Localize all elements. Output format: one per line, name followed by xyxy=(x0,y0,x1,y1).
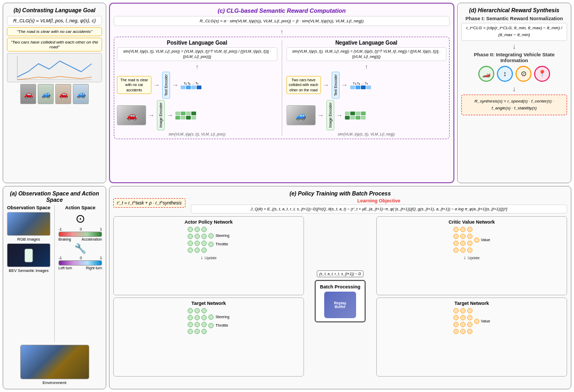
actor-section: Actor Policy Network xyxy=(113,216,304,377)
arrow-up-neg: ↑ xyxy=(365,63,368,71)
neg-bottom-label: sim(VLM_I(ψ(s_t)), VLM_L(l_neg)) xyxy=(338,132,395,136)
critic-nn: Value xyxy=(379,227,564,253)
arrow-up-pos: ↑ xyxy=(196,63,199,71)
rgb-image xyxy=(7,212,50,236)
panel-a-title: (a) Observation Space and Action Space xyxy=(7,190,102,203)
panel-c: (c) CLG-based Semantic Reward Computatio… xyxy=(109,3,454,183)
panel-c-title: (c) CLG-based Semantic Reward Computatio… xyxy=(114,7,450,14)
batch-center: (s_t, a_t, r_t, s_{t+1}) ~ D Batch Proce… xyxy=(308,216,372,377)
steering-wheel-icon: ⊙ xyxy=(58,212,102,226)
target-critic-value-out: Value xyxy=(481,319,490,323)
environment-section: Environment xyxy=(7,345,102,385)
neg-arrow-right-4: → xyxy=(336,112,343,119)
goal-computation-panel: Positive Language Goal sim(VLM_I(ψ(s_t))… xyxy=(114,37,450,139)
direction-icon: ↕ xyxy=(497,66,513,82)
pos-text-encoder: The road is clear with no car accidents … xyxy=(117,72,277,99)
neg-image-encoder-block: Image Encoder xyxy=(326,100,334,130)
positive-goal-section: Positive Language Goal sim(VLM_I(ψ(s_t))… xyxy=(117,40,277,136)
location-icon: 📍 xyxy=(534,66,550,82)
actor-nn: Steering Throttle xyxy=(116,227,301,253)
speed-icon: 🏎️ xyxy=(478,66,494,82)
turn-bar: -101 Left turn Right turn xyxy=(58,256,102,270)
pos-arrow-right-2: → xyxy=(172,81,179,89)
target-critic-nn: Value xyxy=(379,308,564,334)
learning-obj-area: Learning Objective J_Q(θ) = E_{(s_t, a_t… xyxy=(191,198,567,214)
obs-title: Observation Space xyxy=(7,205,50,210)
acc-val: 1 xyxy=(100,227,102,231)
neg-text-box: Two cars have collided with each other o… xyxy=(286,76,321,93)
critic-section: Critic Value Network xyxy=(376,216,567,377)
negative-goal-section: Negative Language Goal sim(VLM_I(ψ(s_t))… xyxy=(286,40,447,136)
actor-steering-out: Steering xyxy=(215,234,229,237)
env-image xyxy=(20,345,89,379)
actor-throttle-out: Throttle xyxy=(215,242,228,246)
panel-b-title: (b) Contrasting Language Goal xyxy=(7,7,102,13)
car-images-row: 🚗 🚙 🚗 🚙 xyxy=(7,84,102,104)
acceleration-label: Acceleration xyxy=(81,237,102,241)
rgb-label: RGB Images xyxy=(7,237,50,242)
panel-e-title: (e) Policy Training with Batch Process xyxy=(113,190,567,197)
positive-goal-formula: sim(VLM_I(ψ(s_t)), VLM_L(l_pos)) = (VLM_… xyxy=(117,47,277,61)
batch-title: Batch Processing xyxy=(320,284,360,289)
networks-row: Actor Policy Network xyxy=(113,216,567,377)
arrow-up-1: ↑ xyxy=(114,28,450,36)
arrow-down-d2: ↓ xyxy=(461,84,567,93)
neg-arrow-right-1: → xyxy=(323,81,330,89)
pos-arrow-right-3: → xyxy=(148,112,155,119)
pos-image-placeholder: 🚗 xyxy=(117,105,146,125)
pos-image-encoder-block: Image Encoder xyxy=(157,100,165,130)
target-actor-steering-out: Steering xyxy=(215,315,229,319)
obs-action-divider xyxy=(54,205,55,342)
critic-value-out: Value xyxy=(481,238,490,242)
panel-a: (a) Observation Space and Action Space O… xyxy=(3,186,106,389)
pos-arrow-right-4: → xyxy=(167,112,173,119)
learning-obj-formula: J_Q(θ) = E_{(s_t, a_t, r_t, s_{t+1})~D}[… xyxy=(191,204,567,214)
neg-text-encoder-block: Text Encoder xyxy=(332,72,340,99)
bev-image xyxy=(7,243,50,267)
formula-b: R_CLG(s) = VLM(l_pos, l_neg, ψ(s), c) xyxy=(7,16,102,25)
batch-processing-box: Batch Processing ReplayBuffer xyxy=(315,280,366,322)
pos-arrow-right-1: → xyxy=(154,81,160,89)
quote-b-1: "The road is clear with no car accidents… xyxy=(7,27,102,36)
panel-d: (d) Hierarchical Reward Synthesis Phase … xyxy=(457,3,571,183)
pos-feature-grid xyxy=(175,112,196,120)
pos-text-box: The road is clear with no car accidents xyxy=(117,76,151,93)
neg-image-placeholder: 🚙 xyxy=(286,105,316,125)
panel-e: (e) Policy Training with Batch Process r… xyxy=(109,186,571,389)
car-img-3: 🚗 xyxy=(55,84,71,104)
target-actor-box: Target Network xyxy=(113,297,304,377)
car-img-1: 🚗 xyxy=(20,84,36,104)
target-actor-title: Target Network xyxy=(116,301,301,306)
action-space: Action Space ⊙ -1 0 1 Braking Accelerati… xyxy=(58,205,102,342)
neg-arrow-right-2: → xyxy=(342,81,348,89)
action-title: Action Space xyxy=(58,205,102,210)
reward-formula-box: r'_t = r_t^task + ρ · r_t^synthesis xyxy=(113,198,185,208)
phase1-formula: r_t^CLG = (clip(r_t^CLG, θ_min, θ_max) −… xyxy=(461,23,567,41)
braking-label: Braking xyxy=(58,237,71,241)
left-turn-label: Left turn xyxy=(58,266,72,270)
brake-val: -1 xyxy=(58,227,62,231)
steering-icon: ⊙ xyxy=(516,66,531,82)
e-top-area: r'_t = r_t^task + ρ · r_t^synthesis Lear… xyxy=(113,198,567,214)
car-img-2: 🚙 xyxy=(38,84,54,104)
goal-divider xyxy=(282,40,282,136)
pos-token-grid: T₁ T₂ … Tₙ xyxy=(181,81,201,89)
critic-network-box: Critic Value Network xyxy=(376,216,567,295)
replay-buffer: ReplayBuffer xyxy=(324,292,356,318)
throttle-brake-bar: -1 0 1 Braking Acceleration xyxy=(58,227,102,241)
panel-b: (b) Contrasting Language Goal R_CLG(s) =… xyxy=(3,3,106,183)
observation-space: Observation Space RGB Images BEV Semanti… xyxy=(7,205,50,342)
target-actor-nn: Steering Throttle xyxy=(116,308,301,334)
phase1-title: Phase I: Semantic Reward Normalization xyxy=(461,15,567,21)
phase2-title: Phase II: Integrating Vehicle State Info… xyxy=(461,52,567,63)
env-label: Environment xyxy=(43,380,66,385)
critic-update-arrow: ↓ Update xyxy=(379,254,564,260)
synthesis-formula: R_synthesis(s) = r_speed(s) · f_center(s… xyxy=(461,95,567,115)
car-img-4: 🚙 xyxy=(73,84,89,104)
neg-token-grid: T₁ T₂ … Tₙ xyxy=(350,81,371,89)
neg-text-encoder: Two cars have collided with each other o… xyxy=(286,72,447,99)
negative-goal-title: Negative Language Goal xyxy=(335,40,398,46)
actor-network-box: Actor Policy Network xyxy=(113,216,304,295)
pos-image-encoder: 🚗 → Image Encoder → xyxy=(117,100,277,130)
bev-label: BEV Semantic Images xyxy=(7,268,50,273)
